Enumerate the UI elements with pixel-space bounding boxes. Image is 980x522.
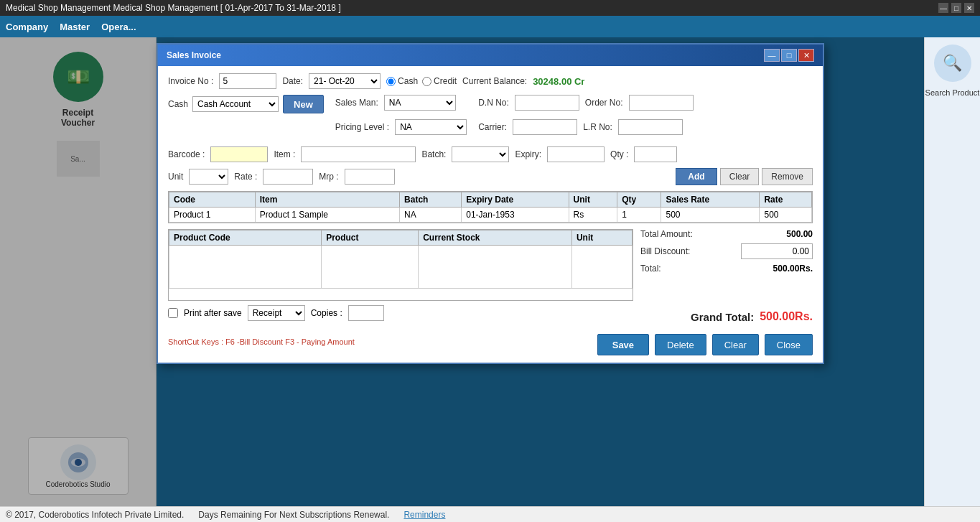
menu-opera[interactable]: Opera... <box>101 22 136 32</box>
invoice-row: Invoice No : Date: 21- Oct-20 Cash Credi… <box>168 73 813 89</box>
lr-no-input[interactable] <box>618 119 683 135</box>
barcode-label: Barcode : <box>168 149 205 159</box>
unit-label: Unit <box>168 172 183 182</box>
remove-button[interactable]: Remove <box>762 168 813 185</box>
cell-unit: Rs <box>569 208 617 223</box>
item-input[interactable] <box>301 146 416 162</box>
dn-no-input[interactable] <box>515 95 579 111</box>
minimize-button[interactable]: — <box>938 3 948 13</box>
cash-account-select[interactable]: Cash Account <box>192 96 279 112</box>
dialog-minimize-button[interactable]: — <box>764 49 780 62</box>
maximize-button[interactable]: □ <box>951 3 961 13</box>
invoice-no-input[interactable] <box>219 73 276 89</box>
delete-button[interactable]: Delete <box>655 334 706 355</box>
payment-type-group: Cash Credit <box>386 76 457 86</box>
print-checkbox[interactable] <box>168 308 178 318</box>
credit-radio[interactable] <box>422 77 431 86</box>
dialog-body: Invoice No : Date: 21- Oct-20 Cash Credi… <box>158 66 823 363</box>
col-expiry: Expiry Date <box>462 192 569 208</box>
col-qty: Qty <box>617 192 661 208</box>
carrier-input[interactable] <box>513 119 577 135</box>
sales-invoice-dialog: Sales Invoice — □ ✕ Invoice No : Date: 2… <box>157 43 824 364</box>
menu-company[interactable]: Company <box>6 22 48 32</box>
total-amount-row: Total Amount: 500.00 <box>640 229 813 239</box>
close-dialog-button[interactable]: Close <box>765 334 813 355</box>
main-area: 💵 ReceiptVoucher Sa... Coderobotics Stud… <box>0 37 980 506</box>
item-label: Item : <box>274 149 295 159</box>
app-title: Medical Shop Management Medical Shop Man… <box>6 3 341 13</box>
bill-discount-row: Bill Discount: <box>640 243 813 259</box>
cash-radio-label[interactable]: Cash <box>386 76 418 86</box>
cash-radio[interactable] <box>386 77 396 86</box>
copies-label: Copies : <box>311 308 342 318</box>
invoice-no-label: Invoice No : <box>168 76 213 86</box>
bill-discount-input[interactable] <box>741 243 813 259</box>
product-table-empty-row <box>169 246 633 289</box>
order-no-input[interactable] <box>629 95 694 111</box>
clear-button[interactable]: Clear <box>720 168 760 185</box>
dn-no-row: D.N No: Order No: <box>478 95 693 111</box>
new-button[interactable]: New <box>283 95 324 113</box>
clear-footer-button[interactable]: Clear <box>712 334 759 355</box>
lr-no-label: L.R No: <box>583 122 612 132</box>
mrp-label: Mrp : <box>319 172 338 182</box>
carrier-row: Carrier: L.R No: <box>478 119 693 135</box>
barcode-input[interactable] <box>210 146 268 162</box>
search-product-label: Search Product <box>925 88 980 98</box>
reminders-link[interactable]: Reminders <box>403 510 445 520</box>
product-table: Product Code Product Current Stock Unit <box>169 230 633 289</box>
cell-sales-rate: 500 <box>661 208 760 223</box>
items-table-scroll: Code Item Batch Expiry Date Unit Qty Sal… <box>168 191 813 223</box>
cell-qty: 1 <box>617 208 661 223</box>
pricing-level-select[interactable]: NA <box>395 119 467 135</box>
menu-master[interactable]: Master <box>60 22 90 32</box>
dialog-title-bar: Sales Invoice — □ ✕ <box>158 45 823 66</box>
unit-select[interactable] <box>189 169 228 185</box>
pricing-level-label: Pricing Level : <box>335 122 389 132</box>
cell-batch: NA <box>400 208 462 223</box>
cell-item: Product 1 Sample <box>255 208 399 223</box>
save-button[interactable]: Save <box>597 334 649 355</box>
pcol-unit: Unit <box>571 230 632 246</box>
batch-select[interactable] <box>452 146 509 162</box>
total-amount-label: Total Amount: <box>640 229 693 239</box>
add-button[interactable]: Add <box>676 168 717 185</box>
date-select[interactable]: 21- Oct-20 <box>309 73 381 89</box>
expiry-label: Expiry: <box>515 149 541 159</box>
qty-input[interactable] <box>634 146 677 162</box>
cell-rate: 500 <box>760 208 812 223</box>
current-balance-value: 30248.00 Cr <box>533 76 584 87</box>
date-label: Date: <box>282 76 303 86</box>
table-row[interactable]: Product 1 Product 1 Sample NA 01-Jan-195… <box>169 208 812 223</box>
dialog-maximize-button[interactable]: □ <box>781 49 797 62</box>
close-button[interactable]: ✕ <box>964 3 974 13</box>
pcol-code: Product Code <box>169 230 322 246</box>
current-balance-label: Current Balance: <box>462 76 527 86</box>
dialog-close-button[interactable]: ✕ <box>798 49 814 62</box>
mrp-input[interactable] <box>345 169 395 185</box>
sales-man-row: Sales Man: NA <box>335 95 467 111</box>
col-item: Item <box>255 192 399 208</box>
search-icon: 🔍 <box>934 45 971 82</box>
cash-account-label: Cash <box>168 99 188 109</box>
dialog-title-text: Sales Invoice <box>167 50 221 60</box>
rate-input[interactable] <box>263 169 313 185</box>
product-table-box: Product Code Product Current Stock Unit <box>168 229 633 301</box>
pricing-level-row: Pricing Level : NA <box>335 119 467 135</box>
sales-man-select[interactable]: NA <box>384 95 456 111</box>
grand-total-value: 500.00Rs. <box>760 310 813 323</box>
receipt-type-select[interactable]: Receipt <box>248 305 305 321</box>
sales-man-label: Sales Man: <box>335 98 378 108</box>
bill-discount-label: Bill Discount: <box>640 246 690 256</box>
credit-radio-label[interactable]: Credit <box>422 76 457 86</box>
rate-label: Rate : <box>234 172 257 182</box>
totals-box: Total Amount: 500.00 Bill Discount: Tota… <box>640 229 813 301</box>
copyright-text: © 2017, Coderobotics Infotech Private Li… <box>6 510 184 520</box>
footer-buttons: Save Delete Clear Close <box>597 334 813 355</box>
dialog-title-controls: — □ ✕ <box>764 49 814 62</box>
title-bar-controls: — □ ✕ <box>938 3 974 13</box>
total-final-label: Total: <box>640 264 661 274</box>
expiry-input[interactable] <box>547 146 605 162</box>
shortcut-text: ShortCut Keys : F6 -Bill Discount F3 - P… <box>168 337 355 346</box>
copies-input[interactable] <box>348 305 384 321</box>
